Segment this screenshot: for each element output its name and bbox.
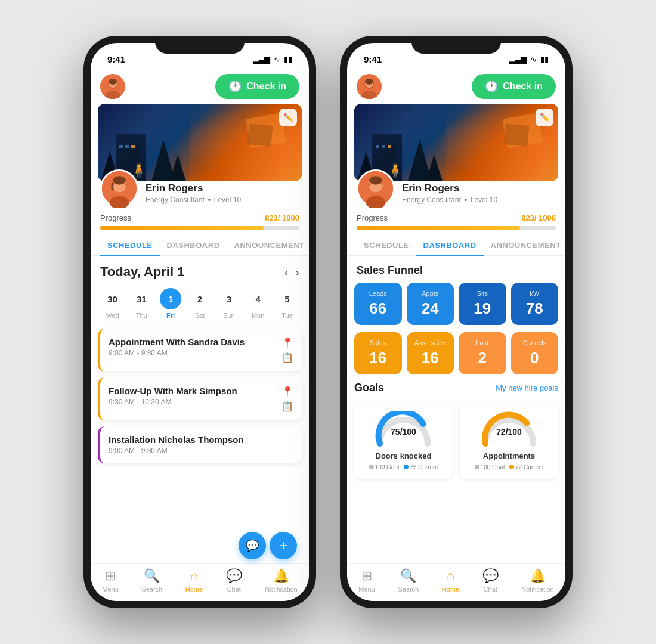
status-time: 9:41 [107,54,125,64]
cal-day-30[interactable]: 30 Wed [101,288,123,319]
goal-card-doors: 75/100 Doors knocked 100 Goal 75 Current [354,402,453,479]
clock-icon: 🕐 [485,80,498,93]
nav-item-notification[interactable]: 🔔 Notification [521,568,553,593]
profile-level: Level 10 [214,196,241,204]
cal-label: Mon [252,312,264,319]
tab-schedule[interactable]: SCHEDULE [357,236,416,256]
cal-label: Sat [195,312,205,319]
tab-dashboard[interactable]: DASHBOARD [416,236,484,256]
nav-item-menu[interactable]: ⊞ Menu [358,568,375,593]
appointment-item[interactable]: Follow-Up With Mark Simpson 9:30 AM - 10… [98,377,302,420]
nav-item-menu[interactable]: ⊞ Menu [102,568,119,593]
battery-icon: ▮▮ [540,55,549,64]
add-fab-button[interactable]: + [270,532,297,559]
sales-funnel-title: Sales Funnel [347,256,565,283]
funnel-card-lost[interactable]: Lost 2 [459,332,506,374]
location-icon[interactable]: 📍 [281,386,293,397]
search-icon: 🔍 [144,568,160,584]
progress-label: Progress [100,213,131,222]
profile-section: Erin Rogers Energy Consultant Level 10 [347,169,565,213]
profile-name: Erin Rogers [146,182,241,194]
copy-icon[interactable]: 📋 [281,352,293,363]
avatar[interactable] [100,74,125,99]
nav-item-search[interactable]: 🔍 Search [141,568,162,593]
nav-item-chat[interactable]: 💬 Chat [482,568,499,593]
appt-content: Appointment With Sandra Davis 9:00 AM - … [109,337,277,357]
tab-schedule[interactable]: SCHEDULE [100,236,160,256]
nav-item-home[interactable]: ⌂ Home [442,568,459,593]
gauge-doors: 75/100 [374,411,434,447]
nav-label-chat: Chat [227,586,241,593]
cal-label: Sun [223,312,235,319]
goals-link[interactable]: My new hire goals [496,383,558,392]
notch [155,36,245,54]
progress-bar-bg [100,226,299,230]
nav-item-home[interactable]: ⌂ Home [185,568,203,593]
cal-label: Tue [281,312,293,319]
appointment-item[interactable]: Installation Nicholas Thompson 9:00 AM -… [98,426,302,463]
phone-screen-schedule: 9:41 ▂▄▆ ∿ ▮▮ 🕐 Check in [91,43,309,601]
copy-icon[interactable]: 📋 [281,401,293,412]
signal-icon: ▂▄▆ [253,55,270,64]
cal-num: 3 [218,288,240,309]
appt-content: Installation Nicholas Thompson 9:00 AM -… [109,435,289,455]
nav-label-chat: Chat [484,586,497,593]
avatar[interactable] [357,74,382,99]
cal-day-1[interactable]: 1 Fri [160,288,181,319]
cal-num: 1 [160,288,181,309]
checkin-button[interactable]: 🕐 Check in [472,74,556,99]
funnel-card-appts[interactable]: Appts 24 [407,283,454,325]
cal-day-2[interactable]: 2 Sat [189,288,211,319]
next-arrow[interactable]: › [295,265,299,279]
status-time: 9:41 [364,54,382,64]
funnel-card-sits[interactable]: Sits 19 [459,283,506,325]
tabs: SCHEDULE DASHBOARD ANNOUNCEMENT [347,236,565,256]
signal-icon: ▂▄▆ [509,55,527,64]
svg-point-10 [113,176,126,185]
cal-day-31[interactable]: 31 Thu [131,288,152,319]
nav-item-chat[interactable]: 💬 Chat [226,568,242,593]
bottom-nav: ⊞ Menu 🔍 Search ⌂ Home 💬 Chat 🔔 Notifica… [91,563,309,601]
progress-section: Progress 823/ 1000 [91,213,309,236]
funnel-card-leads[interactable]: Leads 66 [354,283,402,325]
tab-announcement[interactable]: ANNOUNCEMENT [227,236,309,256]
phone-screen-dashboard: 9:41 ▂▄▆ ∿ ▮▮ 🕐 Check in [347,43,565,601]
gauge-text-appointments: 72/100 [496,427,522,436]
cal-num: 5 [276,288,298,309]
prev-arrow[interactable]: ‹ [284,265,289,279]
funnel-card-sales[interactable]: Sales 16 [354,332,402,374]
cal-day-4[interactable]: 4 Mon [247,288,269,319]
cal-day-5[interactable]: 5 Tue [276,288,298,319]
goals-cards: 75/100 Doors knocked 100 Goal 75 Current [354,402,558,479]
appt-time: 9:00 AM - 9:30 AM [109,447,289,455]
chat-fab-button[interactable]: 💬 [239,532,266,559]
funnel-card-kw[interactable]: kW 78 [511,283,559,325]
funnel-value: 24 [422,299,439,318]
funnel-value: 2 [478,349,487,367]
tab-announcement[interactable]: ANNOUNCEMENT [484,236,565,256]
funnel-card-cancels[interactable]: Cancels 0 [511,332,559,374]
app-header: 🕐 Check in [91,69,309,104]
nav-item-notification[interactable]: 🔔 Notification [265,568,297,593]
tab-dashboard[interactable]: DASHBOARD [160,236,227,256]
profile-role: Energy Consultant [146,196,205,204]
bottom-nav: ⊞ Menu 🔍 Search ⌂ Home 💬 Chat 🔔 Notifica… [347,563,565,601]
location-icon[interactable]: 📍 [281,337,293,348]
appt-time: 9:30 AM - 10:30 AM [109,398,277,406]
funnel-card-asst-sales[interactable]: Asst. sales 16 [407,332,454,374]
svg-point-4 [109,79,117,85]
schedule-content: Today, April 1 ‹ › 30 Wed 31 Thu 1 [91,256,309,563]
dashboard-content: Sales Funnel Leads 66 Appts 24 Sits 19 k… [347,256,565,563]
nav-item-search[interactable]: 🔍 Search [398,568,419,593]
notch [411,36,501,54]
appt-title: Follow-Up With Mark Simpson [109,386,277,396]
search-icon: 🔍 [400,568,416,584]
cal-day-3[interactable]: 3 Sun [218,288,240,319]
appointment-item[interactable]: Appointment With Sandra Davis 9:00 AM - … [98,329,302,371]
banner-edit-button[interactable]: ✏️ [279,109,297,126]
appt-title: Installation Nicholas Thompson [109,435,289,445]
checkin-button[interactable]: 🕐 Check in [215,74,299,99]
home-icon: ⌂ [447,568,454,584]
status-icons: ▂▄▆ ∿ ▮▮ [509,55,549,64]
banner-edit-button[interactable]: ✏️ [536,109,553,126]
